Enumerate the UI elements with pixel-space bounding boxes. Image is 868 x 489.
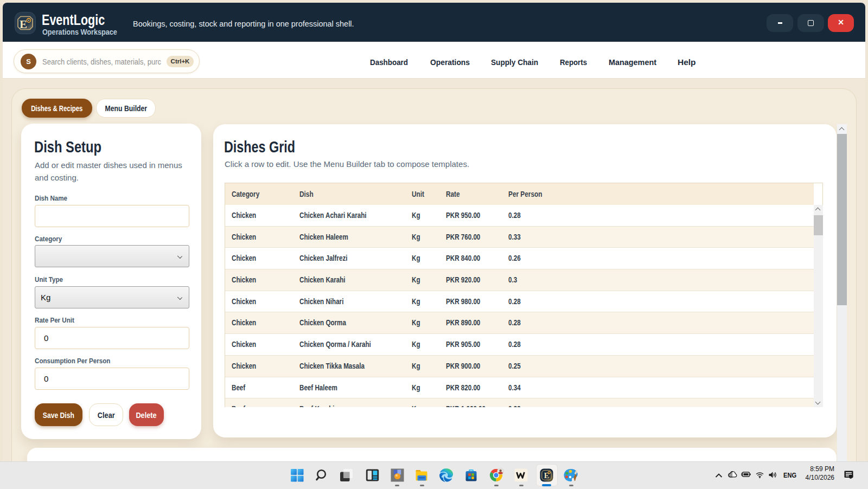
svg-text:E: E xyxy=(20,18,27,31)
svg-text:E: E xyxy=(544,471,550,480)
